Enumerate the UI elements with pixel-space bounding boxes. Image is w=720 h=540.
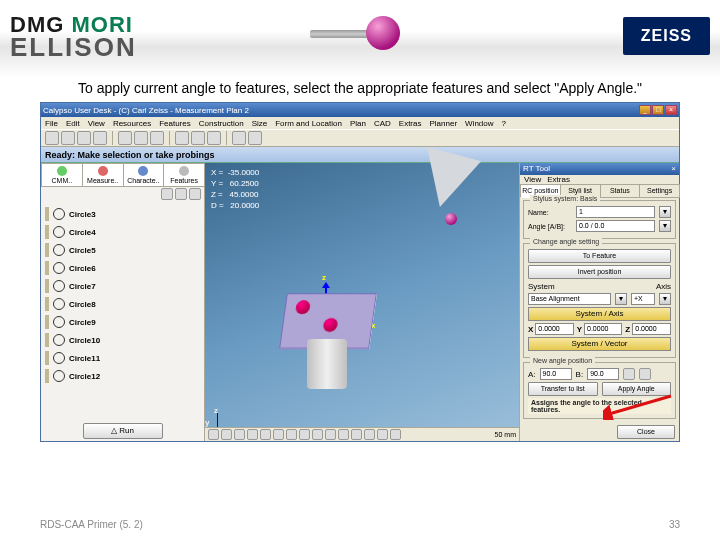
menu-resources[interactable]: Resources	[113, 119, 151, 128]
feature-row[interactable]: Circle6	[43, 259, 202, 277]
angle-icon[interactable]	[623, 368, 635, 380]
maximize-button[interactable]: □	[652, 105, 664, 115]
menu-file[interactable]: File	[45, 119, 58, 128]
toolbar-icon[interactable]	[93, 131, 107, 145]
angle-icon[interactable]	[639, 368, 651, 380]
b-input[interactable]: 90.0	[587, 368, 619, 380]
feature-row[interactable]: Circle9	[43, 313, 202, 331]
view-tool-icon[interactable]	[351, 429, 362, 440]
system-axis-button[interactable]: System / Axis	[528, 307, 671, 321]
panel-close-icon[interactable]: ×	[671, 163, 676, 175]
menu-edit[interactable]: Edit	[66, 119, 80, 128]
view-tool-icon[interactable]	[273, 429, 284, 440]
menu-cad[interactable]: CAD	[374, 119, 391, 128]
run-button[interactable]: △ Run	[83, 423, 163, 439]
feature-row[interactable]: Circle10	[43, 331, 202, 349]
feature-row[interactable]: Circle11	[43, 349, 202, 367]
menu-plan[interactable]: Plan	[350, 119, 366, 128]
view-tool-icon[interactable]	[325, 429, 336, 440]
toolbar-icon[interactable]	[207, 131, 221, 145]
transfer-to-list-button[interactable]: Transfer to list	[528, 382, 598, 396]
apply-angle-button[interactable]: Apply Angle	[602, 382, 672, 396]
toolbar-icon[interactable]	[175, 131, 189, 145]
view-tool-icon[interactable]	[390, 429, 401, 440]
dropdown-icon[interactable]: ▾	[659, 293, 671, 305]
menu-features[interactable]: Features	[159, 119, 191, 128]
menu-view[interactable]: View	[88, 119, 105, 128]
feature-row[interactable]: Circle12	[43, 367, 202, 385]
menu-extras[interactable]: Extras	[399, 119, 422, 128]
menu-form-location[interactable]: Form and Location	[275, 119, 342, 128]
toolbar-icon[interactable]	[191, 131, 205, 145]
system-vector-button[interactable]: System / Vector	[528, 337, 671, 351]
footer-left: RDS-CAA Primer (5. 2)	[40, 519, 143, 530]
window-title: Calypso User Desk - (C) Carl Zeiss - Mea…	[43, 106, 249, 115]
view-tool-icon[interactable]	[338, 429, 349, 440]
panel-close-button[interactable]: Close	[617, 425, 675, 439]
name-input[interactable]: 1	[576, 206, 655, 218]
circle-icon	[53, 334, 65, 346]
feature-tool-icon[interactable]	[175, 188, 187, 200]
feature-row[interactable]: Circle8	[43, 295, 202, 313]
tab-settings[interactable]: Settings	[639, 184, 680, 198]
menu-help[interactable]: ?	[502, 119, 506, 128]
titlebar: Calypso User Desk - (C) Carl Zeiss - Mea…	[41, 103, 679, 117]
feature-tool-icon[interactable]	[161, 188, 173, 200]
x-input[interactable]: 0.0000	[535, 323, 573, 335]
view-tool-icon[interactable]	[260, 429, 271, 440]
feature-row[interactable]: Circle3	[43, 205, 202, 223]
close-button[interactable]: ×	[665, 105, 677, 115]
menu-construction[interactable]: Construction	[199, 119, 244, 128]
toolbar-icon[interactable]	[150, 131, 164, 145]
minimize-button[interactable]: _	[639, 105, 651, 115]
menu-size[interactable]: Size	[252, 119, 268, 128]
view-tool-icon[interactable]	[364, 429, 375, 440]
name-dropdown-icon[interactable]: ▾	[659, 206, 671, 218]
toolbar-icon[interactable]	[134, 131, 148, 145]
view-tool-icon[interactable]	[234, 429, 245, 440]
view-tool-icon[interactable]	[377, 429, 388, 440]
toolbar-icon[interactable]	[248, 131, 262, 145]
axis-select[interactable]: +X	[631, 293, 655, 305]
part-3d-model: z x	[275, 283, 385, 403]
base-alignment-select[interactable]: Base Alignment	[528, 293, 611, 305]
angle-dropdown-icon[interactable]: ▾	[659, 220, 671, 232]
dropdown-icon[interactable]: ▾	[615, 293, 627, 305]
y-input[interactable]: 0.0000	[584, 323, 622, 335]
toolbar-icon[interactable]	[232, 131, 246, 145]
view-tool-icon[interactable]	[247, 429, 258, 440]
feature-list: Circle3 Circle4 Circle5 Circle6 Circle7 …	[41, 203, 204, 421]
dmg-mori-logo: DMG MORI ELLISON	[10, 14, 137, 58]
toolbar-icon[interactable]	[61, 131, 75, 145]
rt-menu-extras[interactable]: Extras	[547, 175, 570, 184]
z-input[interactable]: 0.0000	[632, 323, 671, 335]
invert-position-button[interactable]: Invert position	[528, 265, 671, 279]
view-tool-icon[interactable]	[312, 429, 323, 440]
tab-cmm[interactable]: CMM..	[41, 163, 83, 186]
view-tool-icon[interactable]	[221, 429, 232, 440]
a-input[interactable]: 90.0	[540, 368, 572, 380]
zeiss-logo: ZEISS	[623, 17, 710, 55]
tab-measure[interactable]: Measure..	[82, 163, 124, 186]
view-tool-icon[interactable]	[286, 429, 297, 440]
toolbar-icon[interactable]	[45, 131, 59, 145]
feature-tool-icon[interactable]	[189, 188, 201, 200]
menu-window[interactable]: Window	[465, 119, 493, 128]
to-feature-button[interactable]: To Feature	[528, 249, 671, 263]
tab-characteristics[interactable]: Characte..	[123, 163, 165, 186]
menubar[interactable]: File Edit View Resources Features Constr…	[41, 117, 679, 129]
angle-input[interactable]: 0.0 / 0.0	[576, 220, 655, 232]
view-tool-icon[interactable]	[299, 429, 310, 440]
scale-label: 50 mm	[495, 431, 516, 438]
tab-status[interactable]: Status	[600, 184, 641, 198]
menu-planner[interactable]: Planner	[429, 119, 457, 128]
feature-row[interactable]: Circle5	[43, 241, 202, 259]
toolbar-icon[interactable]	[77, 131, 91, 145]
view-tool-icon[interactable]	[208, 429, 219, 440]
feature-row[interactable]: Circle4	[43, 223, 202, 241]
rt-menu-view[interactable]: View	[524, 175, 541, 184]
toolbar-icon[interactable]	[118, 131, 132, 145]
feature-row[interactable]: Circle7	[43, 277, 202, 295]
3d-viewport[interactable]: X = -35.0000 Y = 60.2500 Z = 45.0000 D =…	[205, 163, 519, 441]
tab-features[interactable]: Features	[163, 163, 205, 186]
